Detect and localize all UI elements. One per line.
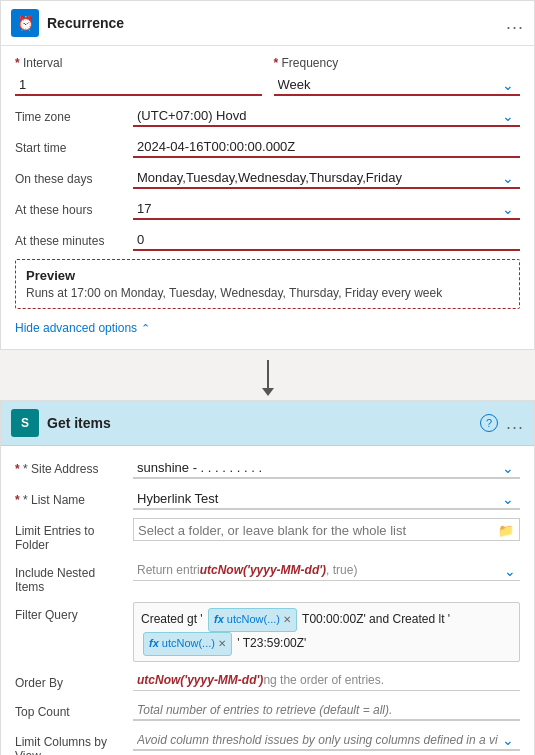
starttime-input[interactable] bbox=[133, 135, 520, 158]
athours-col: ⌄ bbox=[133, 197, 520, 220]
limit-columns-row: Limit Columns by View ⌄ bbox=[15, 729, 520, 755]
limit-columns-col: ⌄ bbox=[133, 729, 520, 751]
atminutes-row: At these minutes bbox=[15, 228, 520, 251]
order-by-col: utcNow('yyyy-MM-dd')ng the order of entr… bbox=[133, 670, 520, 691]
site-address-col: ⌄ bbox=[133, 456, 520, 479]
top-count-row: Top Count bbox=[15, 699, 520, 721]
limit-entries-input[interactable] bbox=[133, 518, 520, 541]
site-address-row: * * Site Address ⌄ bbox=[15, 456, 520, 479]
list-name-input[interactable] bbox=[133, 487, 520, 510]
timezone-select-wrapper: ⌄ bbox=[133, 104, 520, 127]
recurrence-body: Interval Frequency ⌄ Time zone ⌄ bbox=[1, 46, 534, 349]
list-name-row: * * List Name ⌄ bbox=[15, 487, 520, 510]
list-name-select-wrapper: ⌄ bbox=[133, 487, 520, 510]
include-nested-suffix: , true) bbox=[326, 563, 357, 577]
recurrence-card: ⏰ Recurrence ... Interval Frequency ⌄ Ti… bbox=[0, 0, 535, 350]
filter-pill-1[interactable]: fx utcNow(...) ✕ bbox=[208, 608, 297, 632]
include-nested-prefix: Return entri bbox=[137, 563, 200, 577]
timezone-input[interactable] bbox=[133, 104, 520, 127]
top-count-col bbox=[133, 699, 520, 721]
atminutes-input[interactable] bbox=[133, 228, 520, 251]
filter-query-col: Created gt ' fx utcNow(...) ✕ T00:00:00Z… bbox=[133, 602, 520, 662]
timezone-col: ⌄ bbox=[133, 104, 520, 127]
include-nested-col: Return entriutcNow('yyyy-MM-dd'), true) … bbox=[133, 560, 520, 581]
atminutes-col bbox=[133, 228, 520, 251]
limit-entries-label: Limit Entries to Folder bbox=[15, 518, 125, 552]
atminutes-label: At these minutes bbox=[15, 228, 125, 248]
athours-select-wrapper: ⌄ bbox=[133, 197, 520, 220]
list-name-label: * * List Name bbox=[15, 487, 125, 507]
recurrence-title: Recurrence bbox=[47, 15, 498, 31]
recurrence-icon: ⏰ bbox=[11, 9, 39, 37]
ondays-select-wrapper: ⌄ bbox=[133, 166, 520, 189]
site-address-input[interactable] bbox=[133, 456, 520, 479]
limit-columns-wrapper: ⌄ bbox=[133, 729, 520, 751]
hide-advanced-label: Hide advanced options bbox=[15, 321, 137, 335]
top-count-label: Top Count bbox=[15, 699, 125, 719]
site-address-label: * * Site Address bbox=[15, 456, 125, 476]
limit-columns-label: Limit Columns by View bbox=[15, 729, 125, 755]
preview-box: Preview Runs at 17:00 on Monday, Tuesday… bbox=[15, 259, 520, 309]
filter-middle: T00:00:00Z' and Created lt ' bbox=[302, 612, 450, 626]
timezone-label: Time zone bbox=[15, 104, 125, 124]
frequency-col: Frequency ⌄ bbox=[274, 56, 521, 96]
include-nested-formula: utcNow('yyyy-MM-dd') bbox=[200, 563, 326, 577]
recurrence-header: ⏰ Recurrence ... bbox=[1, 1, 534, 46]
include-nested-wrapper: Return entriutcNow('yyyy-MM-dd'), true) … bbox=[133, 560, 520, 581]
limit-entries-wrapper: 📁 bbox=[133, 518, 520, 541]
interval-col: Interval bbox=[15, 56, 262, 96]
preview-title: Preview bbox=[26, 268, 509, 283]
order-by-row: Order By utcNow('yyyy-MM-dd')ng the orde… bbox=[15, 670, 520, 691]
frequency-label: Frequency bbox=[274, 56, 521, 70]
include-nested-row: Include Nested Items Return entriutcNow(… bbox=[15, 560, 520, 594]
ondays-input[interactable] bbox=[133, 166, 520, 189]
athours-row: At these hours ⌄ bbox=[15, 197, 520, 220]
arrow-connector bbox=[0, 350, 535, 400]
recurrence-menu[interactable]: ... bbox=[506, 13, 524, 34]
filter-query-row: Filter Query Created gt ' fx utcNow(...)… bbox=[15, 602, 520, 662]
filter-pill2-label: utcNow(...) bbox=[162, 634, 215, 654]
limit-entries-row: Limit Entries to Folder 📁 bbox=[15, 518, 520, 552]
frequency-input[interactable] bbox=[274, 73, 521, 96]
athours-input[interactable] bbox=[133, 197, 520, 220]
hide-advanced-options-link[interactable]: Hide advanced options ⌃ bbox=[15, 317, 520, 343]
filter-pill1-label: utcNow(...) bbox=[227, 610, 280, 630]
ondays-row: On these days ⌄ bbox=[15, 166, 520, 189]
interval-frequency-row: Interval Frequency ⌄ bbox=[15, 56, 520, 96]
filter-prefix: Created gt ' bbox=[141, 612, 203, 626]
limit-entries-col: 📁 bbox=[133, 518, 520, 541]
interval-label: Interval bbox=[15, 56, 262, 70]
ondays-label: On these days bbox=[15, 166, 125, 186]
arrow-down-icon bbox=[267, 360, 269, 390]
hide-advanced-chevron-icon: ⌃ bbox=[141, 322, 150, 335]
get-items-header: S Get items ? ... bbox=[1, 401, 534, 446]
get-items-menu[interactable]: ... bbox=[506, 413, 524, 434]
top-count-input[interactable] bbox=[133, 699, 520, 721]
order-by-label: Order By bbox=[15, 670, 125, 690]
timezone-row: Time zone ⌄ bbox=[15, 104, 520, 127]
get-items-card: S Get items ? ... * * Site Address ⌄ * *… bbox=[0, 400, 535, 755]
ondays-col: ⌄ bbox=[133, 166, 520, 189]
athours-label: At these hours bbox=[15, 197, 125, 217]
filter-pill1-close-icon[interactable]: ✕ bbox=[283, 611, 291, 629]
preview-text: Runs at 17:00 on Monday, Tuesday, Wednes… bbox=[26, 286, 509, 300]
filter-query-label: Filter Query bbox=[15, 602, 125, 622]
filter-pill-2[interactable]: fx utcNow(...) ✕ bbox=[143, 632, 232, 656]
get-items-body: * * Site Address ⌄ * * List Name ⌄ bbox=[1, 446, 534, 755]
filter-pill2-close-icon[interactable]: ✕ bbox=[218, 635, 226, 653]
site-address-select-wrapper: ⌄ bbox=[133, 456, 520, 479]
sharepoint-icon: S bbox=[11, 409, 39, 437]
filter-suffix: ' T23:59:00Z' bbox=[237, 636, 306, 650]
interval-input[interactable] bbox=[15, 73, 262, 96]
help-icon[interactable]: ? bbox=[480, 414, 498, 432]
include-nested-label: Include Nested Items bbox=[15, 560, 125, 594]
get-items-title: Get items bbox=[47, 415, 472, 431]
starttime-col bbox=[133, 135, 520, 158]
order-by-suffix: ng the order of entries. bbox=[263, 673, 384, 687]
limit-columns-input[interactable] bbox=[133, 729, 520, 751]
frequency-select-wrapper: ⌄ bbox=[274, 73, 521, 96]
folder-icon: 📁 bbox=[498, 522, 514, 537]
filter-query-box[interactable]: Created gt ' fx utcNow(...) ✕ T00:00:00Z… bbox=[133, 602, 520, 662]
order-by-formula: utcNow('yyyy-MM-dd') bbox=[137, 673, 263, 687]
starttime-row: Start time bbox=[15, 135, 520, 158]
